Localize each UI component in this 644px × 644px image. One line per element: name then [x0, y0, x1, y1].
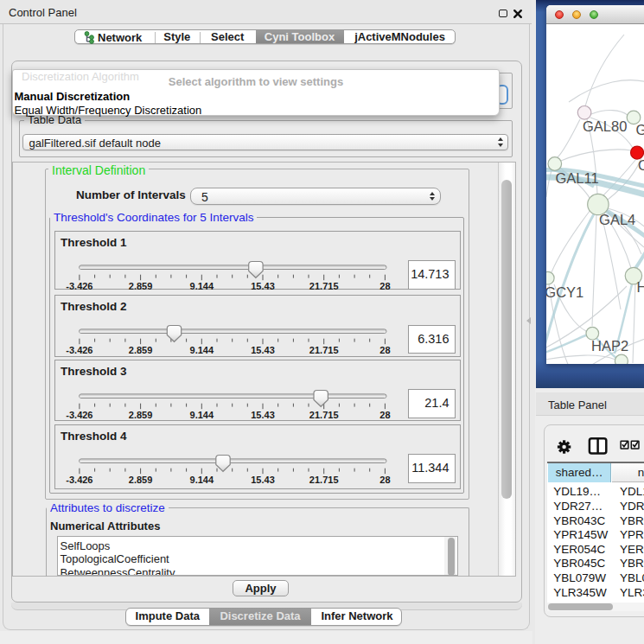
svg-text:21.715: 21.715 — [309, 410, 339, 420]
svg-text:15.43: 15.43 — [251, 474, 275, 484]
svg-text:-3.426: -3.426 — [66, 410, 92, 420]
svg-text:CY: CY — [638, 156, 644, 172]
svg-text:GAL80: GAL80 — [583, 118, 627, 134]
svg-text:2.859: 2.859 — [129, 280, 153, 290]
svg-text:15.43: 15.43 — [251, 410, 275, 420]
svg-text:28: 28 — [379, 280, 390, 290]
svg-text:9.144: 9.144 — [190, 410, 214, 420]
svg-text:-3.426: -3.426 — [66, 280, 92, 290]
svg-text:H: H — [636, 279, 644, 295]
svg-text:15.43: 15.43 — [251, 345, 275, 355]
svg-text:2.859: 2.859 — [129, 474, 153, 484]
svg-text:9.144: 9.144 — [190, 345, 214, 355]
svg-text:28: 28 — [379, 345, 390, 355]
svg-text:2.859: 2.859 — [129, 410, 153, 420]
svg-text:21.715: 21.715 — [309, 280, 339, 290]
svg-text:HAP2: HAP2 — [591, 337, 628, 353]
svg-text:GAL11: GAL11 — [555, 170, 598, 186]
svg-text:-3.426: -3.426 — [66, 345, 92, 355]
svg-text:2.859: 2.859 — [129, 345, 153, 355]
svg-text:9.144: 9.144 — [190, 280, 214, 290]
svg-text:21.715: 21.715 — [309, 345, 339, 355]
svg-text:15.43: 15.43 — [251, 280, 275, 290]
svg-text:9.144: 9.144 — [190, 474, 214, 484]
svg-text:GAL4: GAL4 — [599, 212, 635, 227]
svg-text:GA: GA — [635, 121, 644, 137]
svg-text:GCY1: GCY1 — [546, 284, 583, 299]
svg-text:-3.426: -3.426 — [66, 474, 92, 484]
svg-text:21.715: 21.715 — [309, 474, 339, 484]
svg-text:28: 28 — [379, 410, 390, 420]
svg-text:28: 28 — [379, 474, 390, 484]
